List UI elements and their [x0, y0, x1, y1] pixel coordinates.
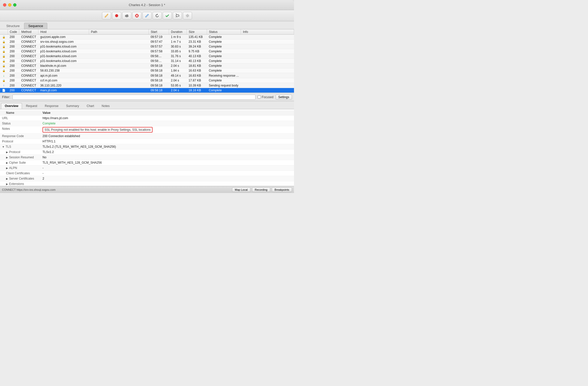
row-info	[241, 68, 294, 73]
close-button[interactable]	[3, 3, 6, 7]
table-row[interactable]: 🔒 200 CONNECT p31-bookmarks.icloud.com 0…	[0, 54, 294, 59]
detail-row-value: TLS_RSA_WITH_AES_128_GCM_SHA256	[40, 160, 294, 165]
recording-button[interactable]: Recording	[252, 187, 270, 192]
lock-icon: 🔒	[2, 40, 5, 43]
tab-request[interactable]: Request	[22, 103, 41, 109]
table-row[interactable]: ↓ 200 CONNECT api.m.jd.com 09:58:18 49.1…	[0, 73, 294, 78]
row-host: blackhole.m.jd.com	[38, 63, 89, 68]
detail-value: -	[43, 166, 44, 170]
row-host: srv-ios.shouji.sogou.com	[38, 39, 89, 44]
detail-row-value: 200 Connection established	[40, 134, 294, 139]
tab-summary[interactable]: Summary	[62, 103, 83, 109]
row-code: 200	[8, 68, 19, 73]
row-method: CONNECT	[19, 49, 38, 54]
row-info	[241, 59, 294, 63]
row-info	[241, 49, 294, 54]
row-host: p31-bookmarks.icloud.com	[38, 44, 89, 49]
document-icon: 📄	[2, 89, 6, 92]
table-row[interactable]: 🔒 200 CONNECT blackhole.m.jd.com 09:58:1…	[0, 63, 294, 68]
row-method: CONNECT	[19, 39, 38, 44]
row-size: 40.13 KB	[186, 59, 207, 63]
refresh-button[interactable]	[153, 12, 162, 19]
quill-button[interactable]	[102, 12, 111, 19]
detail-row-value	[40, 181, 294, 186]
pen-button[interactable]	[142, 12, 152, 19]
tools-button[interactable]	[173, 12, 182, 19]
focused-checkbox[interactable]	[258, 95, 261, 99]
row-start: 09:58:...	[149, 54, 169, 59]
detail-row: ▶Protocol TLSv1.2	[0, 149, 294, 155]
detail-row-name: ▼TLS	[0, 144, 40, 149]
map-local-button[interactable]: Map Local	[232, 187, 250, 192]
table-row[interactable]: 📄 200 CONNECT mars.jd.com 09:58:18 2.04 …	[0, 88, 294, 93]
th-method: Method	[19, 29, 38, 35]
filter-focused-container: Focused	[258, 95, 274, 99]
table-row[interactable]: 🔒 200 CONNECT p31-bookmarks.icloud.com 0…	[0, 59, 294, 63]
row-status: Complete	[207, 68, 241, 73]
expand-arrow[interactable]: ▶	[6, 161, 8, 164]
th-status: Status	[207, 29, 241, 35]
statusbar: CONNECT https://srv-ios.shouji.sogou.com…	[0, 186, 294, 193]
stop-button[interactable]	[132, 12, 141, 19]
row-start: 09:57:19	[149, 35, 169, 39]
row-duration: 1 m 7 s	[169, 39, 186, 44]
row-method: CONNECT	[19, 68, 38, 73]
tab-notes[interactable]: Notes	[98, 103, 113, 109]
table-row[interactable]: 🔒 200 CONNECT p31-bookmarks.icloud.com 0…	[0, 44, 294, 49]
row-icon: 🔒	[0, 68, 8, 73]
requests-table-container: Code Method Host Path Start Duration Siz…	[0, 29, 294, 93]
expand-arrow[interactable]: ▶	[6, 151, 8, 154]
check-button[interactable]	[163, 12, 172, 19]
breakpoints-button[interactable]: Breakpoints	[272, 187, 292, 192]
expand-arrow[interactable]: ▶	[6, 156, 8, 159]
record-button[interactable]	[112, 12, 121, 19]
check-icon	[165, 13, 170, 18]
status-value: Complete	[43, 122, 55, 125]
row-host: ccf.m.jd.com	[38, 78, 89, 83]
th-duration: Duration	[169, 29, 186, 35]
row-host: 36.110.181.220	[38, 83, 89, 88]
row-host: api.m.jd.com	[38, 73, 89, 78]
minimize-button[interactable]	[8, 3, 11, 7]
settings-button[interactable]: Settings	[276, 95, 292, 100]
tab-sequence[interactable]: Sequence	[24, 23, 48, 29]
filter-bar: Filter: Focused Settings	[0, 93, 294, 101]
tab-overview[interactable]: Overview	[1, 103, 22, 109]
tab-chart[interactable]: Chart	[83, 103, 98, 109]
table-row[interactable]: ↑ 200 CONNECT 36.110.181.220 09:58:18 53…	[0, 83, 294, 88]
row-icon: 🔒	[0, 35, 8, 39]
row-method: CONNECT	[19, 59, 38, 63]
expand-arrow[interactable]: ▶	[6, 177, 8, 180]
row-path	[89, 73, 149, 78]
table-row[interactable]: 🔒 200 CONNECT 58.83.230.158 09:58:18 1.8…	[0, 68, 294, 73]
tab-response[interactable]: Response	[41, 103, 62, 109]
detail-body: URL https://mars.jd.com Status Complete …	[0, 116, 294, 186]
table-row[interactable]: 🔒 200 CONNECT p31-bookmarks.icloud.com 0…	[0, 49, 294, 54]
table-row[interactable]: 🔒 200 CONNECT guzzoni.apple.com 09:57:19…	[0, 35, 294, 39]
detail-row-name: ▶Protocol	[0, 149, 40, 155]
row-start: 09:57:58	[149, 49, 169, 54]
table-row[interactable]: 🔒 200 CONNECT srv-ios.shouji.sogou.com 0…	[0, 39, 294, 44]
maximize-button[interactable]	[13, 3, 16, 7]
row-start: 09:58:18	[149, 68, 169, 73]
detail-row-name: Status	[0, 121, 40, 126]
row-host: p31-bookmarks.icloud.com	[38, 49, 89, 54]
table-row[interactable]: 🔒 200 CONNECT ccf.m.jd.com 09:58:18 2.04…	[0, 78, 294, 83]
gear-button[interactable]	[183, 12, 192, 19]
tab-structure[interactable]: Structure	[2, 23, 24, 29]
detail-row-name: Client Certificates	[0, 171, 40, 176]
expand-arrow[interactable]: ▶	[6, 167, 8, 169]
row-method: CONNECT	[19, 88, 38, 93]
row-icon: 🔒	[0, 54, 8, 59]
cloud-button[interactable]	[122, 12, 131, 19]
row-duration: 53.95 s	[169, 83, 186, 88]
detail-value: TLSv1.2	[43, 150, 54, 154]
detail-value: 2	[43, 177, 44, 180]
focused-label: Focused	[262, 95, 274, 99]
filter-input[interactable]	[12, 95, 256, 100]
th-path: Path	[89, 29, 149, 35]
detail-tabs: Overview Request Response Summary Chart …	[0, 101, 294, 109]
lock-icon: 🔒	[2, 69, 5, 72]
expand-arrow[interactable]: ▶	[6, 183, 8, 185]
collapse-arrow[interactable]: ▼	[2, 145, 5, 148]
